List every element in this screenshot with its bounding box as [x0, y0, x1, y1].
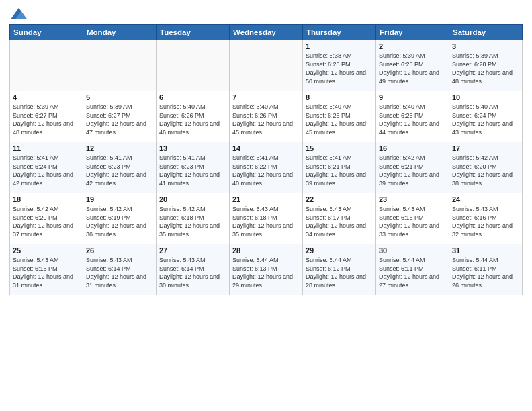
- day-number: 22: [306, 195, 373, 203]
- day-number: 6: [159, 93, 226, 101]
- day-number: 31: [452, 246, 519, 255]
- calendar-cell: 8Sunrise: 5:40 AM Sunset: 6:25 PM Daylig…: [303, 91, 376, 142]
- weekday-header-saturday: Saturday: [449, 25, 523, 40]
- cell-daylight-info: Sunrise: 5:39 AM Sunset: 6:28 PM Dayligh…: [379, 52, 446, 85]
- cell-daylight-info: Sunrise: 5:43 AM Sunset: 6:16 PM Dayligh…: [452, 205, 519, 238]
- day-number: 7: [232, 93, 300, 101]
- day-number: 24: [452, 195, 519, 203]
- cell-daylight-info: Sunrise: 5:40 AM Sunset: 6:26 PM Dayligh…: [159, 103, 226, 136]
- calendar-cell: 28Sunrise: 5:44 AM Sunset: 6:13 PM Dayli…: [230, 244, 303, 295]
- calendar-cell: 1Sunrise: 5:38 AM Sunset: 6:28 PM Daylig…: [303, 40, 376, 91]
- cell-daylight-info: Sunrise: 5:41 AM Sunset: 6:21 PM Dayligh…: [306, 154, 373, 187]
- cell-daylight-info: Sunrise: 5:43 AM Sunset: 6:16 PM Dayligh…: [379, 205, 446, 238]
- calendar-cell: 4Sunrise: 5:39 AM Sunset: 6:27 PM Daylig…: [10, 91, 83, 142]
- day-number: 1: [306, 42, 373, 50]
- cell-daylight-info: Sunrise: 5:40 AM Sunset: 6:25 PM Dayligh…: [379, 103, 446, 136]
- page-container: SundayMondayTuesdayWednesdayThursdayFrid…: [0, 0, 532, 300]
- calendar-cell: 6Sunrise: 5:40 AM Sunset: 6:26 PM Daylig…: [157, 91, 230, 142]
- calendar-cell: 14Sunrise: 5:41 AM Sunset: 6:22 PM Dayli…: [230, 142, 303, 193]
- day-number: 30: [379, 246, 446, 255]
- day-number: 3: [452, 42, 519, 50]
- calendar-week-row: 1Sunrise: 5:38 AM Sunset: 6:28 PM Daylig…: [10, 40, 523, 91]
- cell-daylight-info: Sunrise: 5:40 AM Sunset: 6:24 PM Dayligh…: [452, 103, 519, 136]
- cell-daylight-info: Sunrise: 5:43 AM Sunset: 6:14 PM Dayligh…: [86, 256, 153, 289]
- calendar-cell: 11Sunrise: 5:41 AM Sunset: 6:24 PM Dayli…: [10, 142, 83, 193]
- cell-daylight-info: Sunrise: 5:41 AM Sunset: 6:24 PM Dayligh…: [13, 154, 80, 187]
- cell-daylight-info: Sunrise: 5:39 AM Sunset: 6:27 PM Dayligh…: [86, 103, 153, 136]
- cell-daylight-info: Sunrise: 5:44 AM Sunset: 6:11 PM Dayligh…: [452, 256, 519, 289]
- calendar-cell: [10, 40, 83, 91]
- cell-daylight-info: Sunrise: 5:42 AM Sunset: 6:20 PM Dayligh…: [13, 205, 80, 238]
- cell-daylight-info: Sunrise: 5:44 AM Sunset: 6:11 PM Dayligh…: [379, 256, 446, 289]
- logo-icon: [9, 7, 28, 21]
- day-number: 26: [86, 246, 153, 255]
- calendar-cell: 31Sunrise: 5:44 AM Sunset: 6:11 PM Dayli…: [449, 244, 523, 295]
- cell-daylight-info: Sunrise: 5:42 AM Sunset: 6:21 PM Dayligh…: [379, 154, 446, 187]
- calendar-cell: 7Sunrise: 5:40 AM Sunset: 6:26 PM Daylig…: [230, 91, 303, 142]
- calendar-week-row: 11Sunrise: 5:41 AM Sunset: 6:24 PM Dayli…: [10, 142, 523, 193]
- calendar-cell: 10Sunrise: 5:40 AM Sunset: 6:24 PM Dayli…: [449, 91, 523, 142]
- cell-daylight-info: Sunrise: 5:44 AM Sunset: 6:13 PM Dayligh…: [232, 256, 300, 289]
- day-number: 18: [13, 195, 80, 203]
- cell-daylight-info: Sunrise: 5:43 AM Sunset: 6:15 PM Dayligh…: [13, 256, 80, 289]
- calendar-week-row: 4Sunrise: 5:39 AM Sunset: 6:27 PM Daylig…: [10, 91, 523, 142]
- cell-daylight-info: Sunrise: 5:40 AM Sunset: 6:26 PM Dayligh…: [232, 103, 300, 136]
- weekday-header-tuesday: Tuesday: [157, 25, 230, 40]
- cell-daylight-info: Sunrise: 5:44 AM Sunset: 6:12 PM Dayligh…: [306, 256, 373, 289]
- calendar-week-row: 25Sunrise: 5:43 AM Sunset: 6:15 PM Dayli…: [10, 244, 523, 295]
- day-number: 16: [379, 144, 446, 152]
- day-number: 28: [232, 246, 300, 255]
- day-number: 29: [306, 246, 373, 255]
- calendar-cell: 16Sunrise: 5:42 AM Sunset: 6:21 PM Dayli…: [376, 142, 449, 193]
- calendar-cell: 13Sunrise: 5:41 AM Sunset: 6:23 PM Dayli…: [157, 142, 230, 193]
- calendar-cell: [157, 40, 230, 91]
- calendar-cell: 2Sunrise: 5:39 AM Sunset: 6:28 PM Daylig…: [376, 40, 449, 91]
- day-number: 9: [379, 93, 446, 101]
- day-number: 8: [306, 93, 373, 101]
- calendar-cell: 30Sunrise: 5:44 AM Sunset: 6:11 PM Dayli…: [376, 244, 449, 295]
- calendar-cell: 9Sunrise: 5:40 AM Sunset: 6:25 PM Daylig…: [376, 91, 449, 142]
- cell-daylight-info: Sunrise: 5:41 AM Sunset: 6:22 PM Dayligh…: [232, 154, 300, 187]
- cell-daylight-info: Sunrise: 5:39 AM Sunset: 6:28 PM Dayligh…: [452, 52, 519, 85]
- cell-daylight-info: Sunrise: 5:41 AM Sunset: 6:23 PM Dayligh…: [159, 154, 226, 187]
- day-number: 5: [86, 93, 153, 101]
- day-number: 21: [232, 195, 300, 203]
- calendar-week-row: 18Sunrise: 5:42 AM Sunset: 6:20 PM Dayli…: [10, 193, 523, 244]
- calendar-cell: 23Sunrise: 5:43 AM Sunset: 6:16 PM Dayli…: [376, 193, 449, 244]
- calendar-cell: 27Sunrise: 5:43 AM Sunset: 6:14 PM Dayli…: [157, 244, 230, 295]
- weekday-header-row: SundayMondayTuesdayWednesdayThursdayFrid…: [10, 25, 523, 40]
- cell-daylight-info: Sunrise: 5:42 AM Sunset: 6:19 PM Dayligh…: [86, 205, 153, 238]
- calendar-cell: 20Sunrise: 5:42 AM Sunset: 6:18 PM Dayli…: [157, 193, 230, 244]
- day-number: 23: [379, 195, 446, 203]
- calendar-cell: 12Sunrise: 5:41 AM Sunset: 6:23 PM Dayli…: [83, 142, 157, 193]
- day-number: 14: [232, 144, 300, 152]
- logo: [9, 7, 31, 21]
- calendar-cell: 24Sunrise: 5:43 AM Sunset: 6:16 PM Dayli…: [449, 193, 523, 244]
- calendar-cell: 5Sunrise: 5:39 AM Sunset: 6:27 PM Daylig…: [83, 91, 157, 142]
- calendar-body: 1Sunrise: 5:38 AM Sunset: 6:28 PM Daylig…: [10, 40, 523, 295]
- day-number: 13: [159, 144, 226, 152]
- calendar-cell: 22Sunrise: 5:43 AM Sunset: 6:17 PM Dayli…: [303, 193, 376, 244]
- weekday-header-monday: Monday: [83, 25, 157, 40]
- calendar-header: SundayMondayTuesdayWednesdayThursdayFrid…: [10, 25, 523, 40]
- calendar-cell: 18Sunrise: 5:42 AM Sunset: 6:20 PM Dayli…: [10, 193, 83, 244]
- day-number: 19: [86, 195, 153, 203]
- calendar-cell: 29Sunrise: 5:44 AM Sunset: 6:12 PM Dayli…: [303, 244, 376, 295]
- cell-daylight-info: Sunrise: 5:40 AM Sunset: 6:25 PM Dayligh…: [306, 103, 373, 136]
- day-number: 20: [159, 195, 226, 203]
- calendar-cell: 3Sunrise: 5:39 AM Sunset: 6:28 PM Daylig…: [449, 40, 523, 91]
- calendar-cell: [83, 40, 157, 91]
- day-number: 2: [379, 42, 446, 50]
- calendar-cell: 15Sunrise: 5:41 AM Sunset: 6:21 PM Dayli…: [303, 142, 376, 193]
- cell-daylight-info: Sunrise: 5:42 AM Sunset: 6:20 PM Dayligh…: [452, 154, 519, 187]
- day-number: 25: [13, 246, 80, 255]
- day-number: 27: [159, 246, 226, 255]
- calendar-cell: [230, 40, 303, 91]
- day-number: 11: [13, 144, 80, 152]
- weekday-header-sunday: Sunday: [10, 25, 83, 40]
- calendar-cell: 17Sunrise: 5:42 AM Sunset: 6:20 PM Dayli…: [449, 142, 523, 193]
- weekday-header-friday: Friday: [376, 25, 449, 40]
- day-number: 10: [452, 93, 519, 101]
- day-number: 4: [13, 93, 80, 101]
- day-number: 12: [86, 144, 153, 152]
